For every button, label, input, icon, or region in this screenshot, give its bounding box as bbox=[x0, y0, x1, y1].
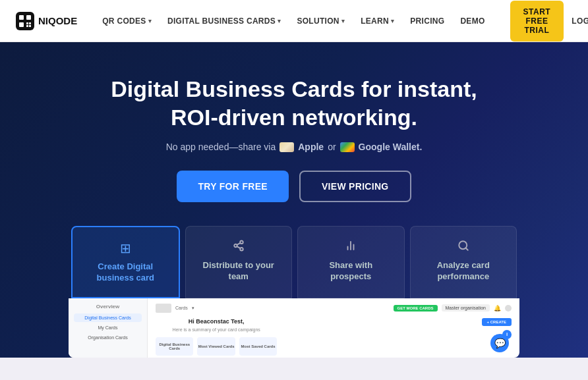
logo[interactable]: NIQODE bbox=[16, 12, 77, 30]
svg-rect-7 bbox=[29, 25, 31, 27]
svg-line-17 bbox=[465, 248, 467, 250]
preview-sidebar-orgcards: Organisation Cards bbox=[74, 333, 142, 342]
preview-logo-bar: Cards ▾ bbox=[156, 304, 194, 313]
chevron-down-icon: ▾ bbox=[148, 18, 152, 24]
nav-item-dbc[interactable]: DIGITAL BUSINESS CARDS ▾ bbox=[161, 13, 287, 30]
view-pricing-button[interactable]: VIEW PRICING bbox=[299, 171, 411, 202]
svg-line-12 bbox=[237, 243, 240, 245]
nav-item-qr[interactable]: QR CODES ▾ bbox=[96, 13, 158, 30]
tab-create[interactable]: ⊞ Create Digital business card bbox=[71, 226, 180, 298]
preview-create-btn: + CREATE bbox=[482, 318, 512, 326]
preview-org-select: Master organisation bbox=[442, 304, 490, 312]
analyze-icon bbox=[457, 240, 469, 255]
svg-rect-3 bbox=[19, 22, 24, 27]
hero-headline: Digital Business Cards for instant, ROI-… bbox=[16, 75, 572, 131]
share-icon bbox=[345, 240, 357, 255]
svg-rect-0 bbox=[16, 12, 34, 30]
preview-sidebar-dbc: Digital Business Cards bbox=[74, 313, 142, 322]
login-button[interactable]: LOGIN bbox=[572, 16, 588, 26]
chevron-down-icon: ▾ bbox=[341, 18, 345, 24]
preview-logo-box bbox=[156, 304, 171, 313]
preview-nav-label: Cards ▾ bbox=[175, 306, 194, 311]
distribute-icon bbox=[233, 240, 245, 255]
preview-summary: Here is a summary of your card campaigns bbox=[156, 327, 277, 332]
nav-right: START FREE TRIAL LOGIN bbox=[510, 1, 588, 41]
start-trial-button[interactable]: START FREE TRIAL bbox=[510, 1, 564, 41]
svg-rect-1 bbox=[19, 15, 24, 20]
nav-item-learn[interactable]: LEARN ▾ bbox=[354, 13, 401, 30]
nav-item-demo[interactable]: DEMO bbox=[454, 13, 491, 30]
google-wallet-icon bbox=[340, 142, 355, 152]
preview-sidebar-mycards: My Cards bbox=[74, 323, 142, 332]
nav-links: QR CODES ▾ DIGITAL BUSINESS CARDS ▾ SOLU… bbox=[96, 13, 491, 30]
preview-welcome: Hi Beaconstac Test, bbox=[156, 318, 277, 325]
svg-line-11 bbox=[237, 246, 240, 248]
preview-sidebar: Overview Digital Business Cards My Cards… bbox=[69, 298, 148, 358]
logo-text: NIQODE bbox=[38, 15, 77, 26]
preview-header: Cards ▾ GET MORE CARDS Master organisati… bbox=[156, 304, 512, 313]
preview-card-dbc: Digital Business Cards bbox=[156, 337, 193, 356]
hero-buttons: TRY FOR FREE VIEW PRICING bbox=[16, 171, 572, 202]
create-icon: ⊞ bbox=[120, 240, 131, 256]
preview-cards-row: Digital Business Cards Most Viewed Cards… bbox=[156, 337, 277, 356]
preview-area: Overview Digital Business Cards My Cards… bbox=[69, 298, 519, 358]
preview-card-saved: Most Saved Cards bbox=[239, 337, 277, 356]
chevron-down-icon: ▾ bbox=[391, 18, 394, 24]
preview-bell-icon: 🔔 bbox=[494, 305, 501, 312]
logo-icon bbox=[16, 12, 34, 30]
chat-bubble[interactable]: 💬 bbox=[490, 334, 509, 352]
chevron-down-icon: ▾ bbox=[192, 306, 194, 311]
preview-get-more-btn: GET MORE CARDS bbox=[394, 305, 438, 312]
svg-rect-5 bbox=[29, 22, 31, 24]
hero-subtext: No app needed—share via Apple or Google … bbox=[16, 142, 572, 152]
hero-section: Digital Business Cards for instant, ROI-… bbox=[0, 42, 588, 358]
svg-rect-2 bbox=[26, 15, 31, 20]
svg-rect-6 bbox=[26, 25, 28, 27]
try-for-free-button[interactable]: TRY FOR FREE bbox=[177, 171, 289, 202]
preview-card-viewed: Most Viewed Cards bbox=[197, 337, 235, 356]
nav-item-solution[interactable]: SOLUTION ▾ bbox=[290, 13, 351, 30]
feature-tabs: ⊞ Create Digital business card Distribut… bbox=[16, 226, 572, 298]
chevron-down-icon: ▾ bbox=[278, 18, 281, 24]
tab-distribute[interactable]: Distribute to your team bbox=[185, 226, 293, 298]
tab-analyze[interactable]: Analyze card performance bbox=[410, 226, 517, 298]
nav-item-pricing[interactable]: PRICING bbox=[403, 13, 451, 30]
preview-main: Cards ▾ GET MORE CARDS Master organisati… bbox=[148, 298, 519, 358]
preview-avatar bbox=[505, 305, 512, 312]
tab-share[interactable]: Share with prospects bbox=[297, 226, 405, 298]
navbar: NIQODE QR CODES ▾ DIGITAL BUSINESS CARDS… bbox=[0, 0, 588, 42]
preview-actions: GET MORE CARDS Master organisation 🔔 bbox=[394, 304, 512, 312]
svg-rect-4 bbox=[26, 22, 28, 24]
apple-wallet-icon bbox=[279, 142, 294, 152]
